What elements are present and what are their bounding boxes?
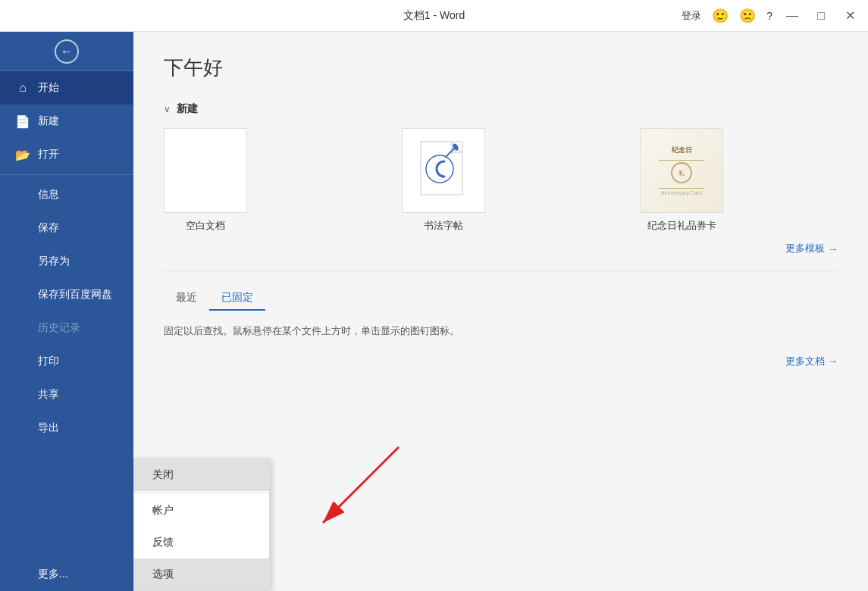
sidebar: ← ⌂ 开始 📄 新建 📂 打开 信息 保存 另存为 — [0, 32, 133, 591]
title-bar: 文档1 - Word 登录 🙂 🙁 ? — □ ✕ — [0, 0, 868, 32]
sad-icon[interactable]: 🙁 — [739, 8, 756, 24]
tab-pinned[interactable]: 已固定 — [209, 286, 265, 311]
sidebar-item-saveto[interactable]: 保存到百度网盘 — [0, 278, 133, 311]
blank-thumb — [164, 128, 247, 213]
section-divider — [164, 270, 838, 271]
sidebar-label-saveto: 保存到百度网盘 — [38, 288, 112, 302]
tab-recent[interactable]: 最近 — [164, 286, 209, 311]
anniversary-thumb: 纪念日 礼 Anniversary Card — [640, 128, 723, 213]
anniv-card-content: 纪念日 礼 Anniversary Card — [641, 129, 722, 212]
back-button[interactable]: ← — [55, 39, 79, 64]
greeting-text: 下午好 — [164, 55, 838, 81]
back-icon: ← — [61, 45, 73, 58]
collapse-icon[interactable]: ∨ — [164, 104, 171, 114]
more-templates-arrow: → — [828, 243, 838, 255]
pinned-hint: 固定以后查找。鼠标悬停在某个文件上方时，单击显示的图钉图标。 — [164, 324, 838, 339]
sidebar-item-print[interactable]: 打印 — [0, 345, 133, 378]
sidebar-item-home[interactable]: ⌂ 开始 — [0, 71, 133, 105]
home-icon: ⌂ — [15, 81, 30, 95]
template-anniversary[interactable]: 纪念日 礼 Anniversary Card 纪念日礼品券卡 — [640, 128, 723, 233]
blank-label: 空白文档 — [186, 219, 225, 233]
sidebar-label-open: 打开 — [38, 148, 59, 161]
sidebar-divider-1 — [0, 174, 133, 175]
arrow-annotation — [285, 424, 437, 546]
dropdown-item-close[interactable]: 关闭 — [134, 459, 269, 491]
app-layout: ← ⌂ 开始 📄 新建 📂 打开 信息 保存 另存为 — [0, 32, 868, 591]
anniv-line-1 — [659, 160, 704, 161]
calligraphy-svg — [417, 140, 470, 201]
calligraphy-thumb — [402, 128, 485, 213]
anniversary-label: 纪念日礼品券卡 — [647, 219, 716, 233]
calligraphy-label: 书法字帖 — [424, 219, 463, 233]
login-button[interactable]: 登录 — [682, 9, 701, 23]
dropdown-item-account[interactable]: 帐户 — [134, 495, 269, 527]
new-section-title: 新建 — [177, 102, 198, 116]
maximize-button[interactable]: □ — [812, 9, 830, 23]
templates-row: 空白文档 — [164, 128, 838, 233]
sidebar-label-info: 信息 — [38, 188, 59, 202]
sidebar-item-history: 历史记录 — [0, 311, 133, 345]
sidebar-item-info[interactable]: 信息 — [0, 178, 133, 211]
sidebar-item-open[interactable]: 📂 打开 — [0, 138, 133, 171]
close-button[interactable]: ✕ — [841, 8, 859, 23]
anniv-line-2 — [659, 188, 704, 189]
sidebar-label-save: 保存 — [38, 221, 59, 235]
dropdown-menu: 关闭 帐户 反馈 选项 — [133, 458, 270, 591]
template-blank[interactable]: 空白文档 — [164, 128, 247, 233]
sidebar-item-save[interactable]: 保存 — [0, 211, 133, 245]
sidebar-label-saveas: 另存为 — [38, 255, 70, 268]
more-docs-text: 更多文档 — [785, 355, 825, 368]
smile-icon[interactable]: 🙂 — [712, 8, 729, 24]
more-docs-arrow: → — [828, 355, 838, 367]
open-folder-icon: 📂 — [15, 148, 30, 162]
dropdown-item-feedback[interactable]: 反馈 — [134, 527, 269, 558]
new-doc-icon: 📄 — [15, 114, 30, 129]
sidebar-item-saveas[interactable]: 另存为 — [0, 245, 133, 278]
sidebar-item-new[interactable]: 📄 新建 — [0, 105, 133, 138]
template-calligraphy[interactable]: 书法字帖 — [402, 128, 485, 233]
sidebar-label-history: 历史记录 — [38, 321, 80, 335]
svg-line-6 — [323, 447, 399, 523]
sidebar-label-print: 打印 — [38, 355, 59, 368]
more-templates-text: 更多模板 — [785, 242, 825, 255]
anniv-title: 纪念日 — [672, 145, 692, 155]
sidebar-label-more: 更多... — [38, 568, 68, 581]
sidebar-item-share[interactable]: 共享 — [0, 378, 133, 411]
new-section-header: ∨ 新建 — [164, 102, 838, 116]
sidebar-label-share: 共享 — [38, 388, 59, 402]
window-title: 文档1 - Word — [403, 9, 465, 23]
anniv-text: Anniversary Card — [661, 190, 702, 195]
dropdown-item-options[interactable]: 选项 — [134, 558, 269, 590]
anniv-circle: 礼 — [671, 162, 692, 183]
sidebar-label-new: 新建 — [38, 114, 59, 128]
more-docs-link[interactable]: 更多文档 → — [164, 355, 838, 368]
sidebar-back[interactable]: ← — [0, 32, 133, 71]
title-text: 文档1 - Word — [403, 9, 465, 23]
dropdown-divider — [134, 492, 269, 493]
sidebar-item-export[interactable]: 导出 — [0, 411, 133, 445]
window-controls: 登录 🙂 🙁 ? — □ ✕ — [682, 8, 859, 24]
sidebar-label-export: 导出 — [38, 421, 59, 435]
more-templates-link[interactable]: 更多模板 → — [164, 242, 838, 255]
help-button[interactable]: ? — [766, 10, 772, 22]
tabs-row: 最近 已固定 — [164, 286, 838, 311]
sidebar-label-home: 开始 — [38, 81, 59, 95]
sidebar-item-more[interactable]: 更多... — [0, 558, 133, 591]
minimize-button[interactable]: — — [783, 9, 801, 23]
